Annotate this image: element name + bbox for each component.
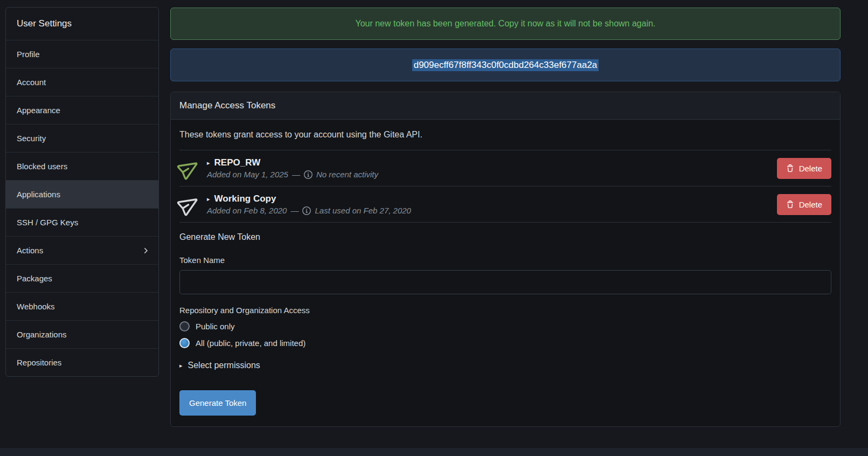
delete-button-label: Delete bbox=[799, 164, 822, 173]
triangle-right-icon[interactable]: ▸ bbox=[207, 196, 210, 203]
generate-section-title: Generate New Token bbox=[179, 232, 831, 242]
info-icon bbox=[302, 206, 311, 215]
select-permissions-toggle[interactable]: ▸ Select permissions bbox=[179, 361, 831, 370]
triangle-right-icon: ▸ bbox=[179, 362, 183, 369]
token-activity: Last used on Feb 27, 2020 bbox=[315, 206, 411, 215]
sidebar-title: User Settings bbox=[6, 8, 158, 40]
settings-sidebar: User Settings Profile Account Appearance… bbox=[5, 7, 159, 377]
panel-description: These tokens grant access to your accoun… bbox=[171, 120, 840, 150]
token-added-date: Added on Feb 8, 2020 bbox=[207, 206, 287, 215]
sidebar-item-organizations[interactable]: Organizations bbox=[6, 320, 158, 348]
token-added-date: Added on May 1, 2025 bbox=[207, 170, 288, 179]
delete-token-button[interactable]: Delete bbox=[777, 194, 831, 215]
token-row: ▸ Working Copy Added on Feb 8, 2020 — La… bbox=[179, 186, 831, 222]
token-meta-line: Added on Feb 8, 2020 — Last used on Feb … bbox=[207, 206, 411, 215]
panel-title: Manage Access Tokens bbox=[171, 92, 840, 120]
meta-dash: — bbox=[292, 170, 300, 179]
delete-token-button[interactable]: Delete bbox=[777, 158, 831, 179]
token-name: REPO_RW bbox=[214, 157, 261, 168]
token-meta-line: Added on May 1, 2025 — No recent activit… bbox=[207, 170, 378, 179]
paper-airplane-icon bbox=[176, 191, 203, 218]
paper-airplane-icon bbox=[176, 155, 203, 182]
token-name: Working Copy bbox=[214, 194, 276, 204]
trash-icon bbox=[786, 164, 794, 172]
token-name-line[interactable]: ▸ REPO_RW bbox=[207, 157, 378, 168]
radio-checked-icon[interactable] bbox=[179, 338, 190, 348]
sidebar-item-repositories[interactable]: Repositories bbox=[6, 348, 158, 376]
delete-button-label: Delete bbox=[799, 200, 822, 209]
token-name-line[interactable]: ▸ Working Copy bbox=[207, 194, 411, 204]
token-name-label: Token Name bbox=[179, 255, 831, 265]
token-name-input[interactable] bbox=[179, 270, 831, 294]
radio-option-public-only[interactable]: Public only bbox=[179, 321, 831, 331]
sidebar-item-packages[interactable]: Packages bbox=[6, 264, 158, 292]
sidebar-item-appearance[interactable]: Appearance bbox=[6, 96, 158, 124]
chevron-right-icon bbox=[141, 246, 150, 255]
access-scope-label: Repository and Organization Access bbox=[179, 306, 831, 315]
sidebar-item-label: Actions bbox=[17, 246, 43, 255]
select-permissions-label: Select permissions bbox=[188, 361, 260, 370]
sidebar-item-profile[interactable]: Profile bbox=[6, 40, 158, 68]
sidebar-item-applications[interactable]: Applications bbox=[6, 180, 158, 208]
trash-icon bbox=[786, 201, 794, 209]
radio-unchecked-icon[interactable] bbox=[179, 321, 190, 331]
page-bottom-strip bbox=[0, 448, 868, 456]
sidebar-item-actions[interactable]: Actions bbox=[6, 236, 158, 264]
radio-option-all[interactable]: All (public, private, and limited) bbox=[179, 338, 831, 348]
sidebar-item-ssh-gpg-keys[interactable]: SSH / GPG Keys bbox=[6, 208, 158, 236]
new-token-value[interactable]: d909ecff67f8ff343c0f0cdbd264c33ef677aa2a bbox=[412, 59, 599, 71]
success-alert: Your new token has been generated. Copy … bbox=[170, 8, 841, 40]
sidebar-item-account[interactable]: Account bbox=[6, 68, 158, 96]
radio-option-label: All (public, private, and limited) bbox=[196, 338, 305, 348]
info-icon bbox=[304, 170, 313, 179]
token-activity: No recent activity bbox=[316, 170, 378, 179]
token-row: ▸ REPO_RW Added on May 1, 2025 — No rece… bbox=[179, 150, 831, 186]
main-content: Your new token has been generated. Copy … bbox=[170, 8, 841, 427]
generate-token-section: Generate New Token Token Name Repository… bbox=[179, 222, 831, 426]
manage-tokens-panel: Manage Access Tokens These tokens grant … bbox=[170, 92, 841, 427]
sidebar-item-security[interactable]: Security bbox=[6, 124, 158, 152]
sidebar-item-webhooks[interactable]: Webhooks bbox=[6, 292, 158, 320]
meta-dash: — bbox=[290, 206, 298, 215]
sidebar-item-blocked-users[interactable]: Blocked users bbox=[6, 152, 158, 180]
generate-token-button[interactable]: Generate Token bbox=[179, 390, 256, 416]
triangle-right-icon[interactable]: ▸ bbox=[207, 160, 210, 167]
success-alert-message: Your new token has been generated. Copy … bbox=[355, 19, 655, 29]
new-token-display[interactable]: d909ecff67f8ff343c0f0cdbd264c33ef677aa2a bbox=[170, 49, 841, 81]
radio-option-label: Public only bbox=[196, 322, 235, 331]
